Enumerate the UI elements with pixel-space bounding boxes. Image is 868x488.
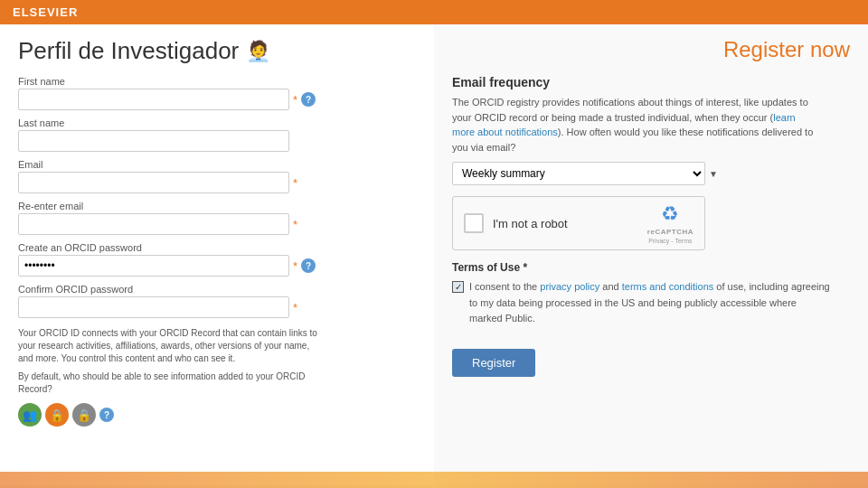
re-email-label: Re-enter email	[18, 201, 416, 211]
re-email-input[interactable]	[18, 213, 289, 235]
recaptcha-left: I'm not a robot	[464, 213, 568, 233]
privacy-policy-link[interactable]: privacy policy	[540, 281, 599, 292]
page-title: Perfil de Investigador 🧑‍💼	[18, 37, 416, 65]
bottom-bar	[0, 472, 868, 488]
register-title: Register now	[452, 37, 850, 62]
brand-name: ELSEVIER	[13, 5, 78, 19]
researcher-icon: 🧑‍💼	[246, 40, 270, 63]
header-bar: ELSEVIER	[0, 0, 868, 24]
confirm-password-input[interactable]	[18, 296, 289, 318]
recaptcha-logo-icon: ♻	[661, 202, 679, 226]
password-help-icon[interactable]: ?	[301, 258, 316, 273]
terms-checkbox[interactable]: ✓	[452, 281, 464, 293]
visibility-public-icon[interactable]: 👥	[18, 403, 42, 427]
email-label: Email	[18, 159, 416, 170]
re-email-required: *	[293, 218, 297, 231]
email-frequency-select[interactable]: Weekly summary Daily digest Immediately …	[452, 162, 705, 185]
email-required: *	[293, 176, 297, 190]
password-input[interactable]	[18, 255, 289, 277]
terms-text: I consent to the privacy policy and term…	[469, 279, 831, 327]
first-name-label: First name	[18, 76, 416, 87]
visibility-trusted-icon[interactable]: 🔒	[45, 403, 69, 427]
first-name-help-icon[interactable]: ?	[301, 92, 316, 107]
terms-of-use-label: Terms of Use *	[452, 261, 850, 274]
last-name-group: Last name	[18, 117, 416, 152]
confirm-password-group: Confirm ORCID password *	[18, 284, 416, 318]
terms-check-row: ✓ I consent to the privacy policy and te…	[452, 279, 850, 338]
terms-conditions-link[interactable]: terms and conditions	[622, 281, 714, 292]
recaptcha-checkbox[interactable]	[464, 213, 484, 233]
password-required: *	[293, 259, 297, 273]
orcid-info-text: Your ORCID ID connects with your ORCID R…	[18, 327, 326, 365]
recaptcha-privacy-terms[interactable]: Privacy - Terms	[648, 238, 692, 244]
recaptcha-right: ♻ reCAPTCHA Privacy - Terms	[647, 202, 693, 244]
password-label: Create an ORCID password	[18, 242, 416, 253]
visibility-text: By default, who should be able to see in…	[18, 371, 326, 396]
visibility-icons-row: 👥 🔒 🔒 ?	[18, 403, 416, 427]
recaptcha-label: I'm not a robot	[493, 217, 568, 230]
first-name-input[interactable]	[18, 89, 289, 110]
last-name-label: Last name	[18, 117, 416, 128]
email-freq-description: The ORCID registry provides notification…	[452, 95, 814, 155]
last-name-input[interactable]	[18, 130, 289, 152]
email-freq-title: Email frequency	[452, 75, 850, 89]
first-name-group: First name * ?	[18, 76, 416, 110]
email-input[interactable]	[18, 172, 289, 193]
first-name-required: *	[293, 93, 297, 107]
frequency-select-row: Weekly summary Daily digest Immediately …	[452, 162, 850, 185]
email-group: Email *	[18, 159, 416, 193]
visibility-private-icon[interactable]: 🔒	[72, 403, 96, 427]
re-email-group: Re-enter email *	[18, 201, 416, 235]
recaptcha-brand-text: reCAPTCHA	[647, 228, 693, 236]
right-panel: Register now Email frequency The ORCID r…	[434, 24, 868, 485]
left-panel: Perfil de Investigador 🧑‍💼 First name * …	[0, 24, 434, 485]
password-group: Create an ORCID password * ?	[18, 242, 416, 277]
confirm-password-required: *	[293, 301, 297, 314]
confirm-password-label: Confirm ORCID password	[18, 284, 416, 295]
freq-chevron-icon: ▼	[709, 169, 718, 179]
recaptcha-box: I'm not a robot ♻ reCAPTCHA Privacy - Te…	[452, 196, 705, 250]
register-button[interactable]: Register	[452, 349, 535, 377]
notifications-link[interactable]: learn more about notifications	[452, 112, 796, 138]
visibility-help-icon[interactable]: ?	[99, 408, 114, 422]
